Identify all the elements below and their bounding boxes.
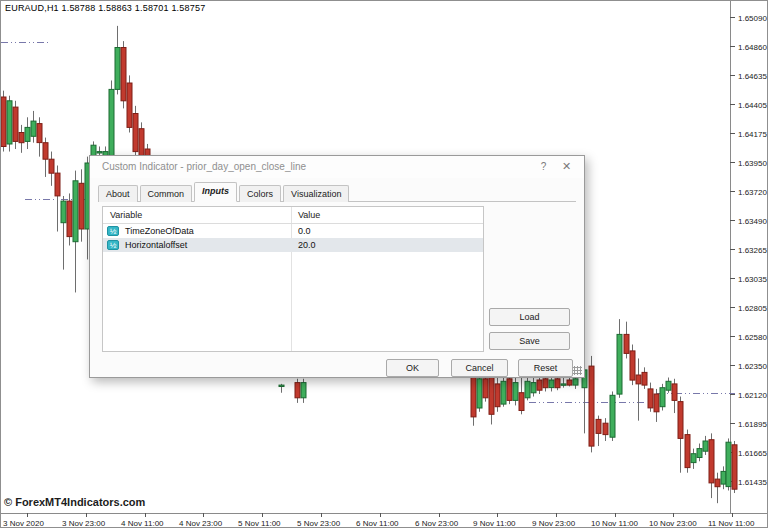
bear-candle [19, 125, 24, 153]
candle-body [624, 334, 629, 353]
candle-body [543, 379, 548, 388]
bull-candle [109, 80, 114, 165]
time-tick-label: 6 Nov 23:00 [415, 519, 459, 528]
price-tick-label: 1.62120 [738, 391, 767, 400]
candle-body [477, 379, 482, 408]
price-tick-label: 1.63035 [738, 275, 767, 284]
bull-candle [61, 196, 66, 270]
candle-body [678, 402, 683, 439]
bear-candle [603, 418, 608, 441]
bear-candle [67, 193, 72, 245]
candle-body [501, 381, 506, 404]
candle-body [555, 379, 560, 388]
candle-body [97, 152, 102, 153]
tab-common[interactable]: Common [140, 185, 193, 202]
variable-column-header: Variable [110, 210, 142, 220]
candle-body [726, 442, 731, 486]
bull-candle [301, 379, 306, 403]
tab-inputs[interactable]: Inputs [194, 182, 237, 202]
price-tick-label: 1.65090 [738, 14, 767, 23]
candle-body [49, 159, 54, 173]
time-tick-label: 4 Nov 23:00 [179, 519, 223, 528]
bear-candle [295, 379, 300, 403]
bear-candle [483, 375, 488, 402]
bull-candle [617, 319, 622, 398]
time-tick-label: 10 Nov 23:00 [649, 519, 697, 528]
bull-candle [525, 375, 530, 400]
bull-candle [25, 117, 30, 149]
candle-body [115, 48, 120, 90]
bear-candle [642, 367, 647, 389]
time-tick-label: 5 Nov 23:00 [297, 519, 341, 528]
resize-grip-icon[interactable] [573, 366, 582, 375]
bull-candle [31, 111, 36, 143]
reset-button[interactable]: Reset [518, 359, 573, 377]
candle-body [573, 379, 578, 385]
load-button[interactable]: Load [489, 308, 570, 326]
dialog-titlebar[interactable]: Custom Indicator - prior_day_open_close_… [90, 156, 584, 178]
bull-candle [721, 466, 726, 489]
price-tick-label: 1.64860 [738, 43, 767, 52]
candle-body [715, 479, 720, 487]
bear-candle [589, 356, 594, 452]
param-value[interactable]: 0.0 [298, 226, 311, 236]
candle-body [507, 379, 512, 401]
bear-candle [672, 379, 677, 413]
price-tick-label: 1.61435 [738, 478, 767, 487]
candle-body [549, 380, 554, 388]
candle-body [133, 114, 138, 152]
candle-body [67, 201, 72, 237]
bear-candle [636, 358, 641, 420]
bear-candle [471, 375, 476, 426]
bear-candle [1, 91, 6, 152]
candle-body [13, 107, 18, 141]
bear-candle [685, 430, 690, 473]
price-tick-label: 1.62580 [738, 333, 767, 342]
candle-body [636, 375, 641, 384]
time-tick-label: 9 Nov 23:00 [532, 519, 576, 528]
candle-body [567, 380, 572, 385]
ok-button[interactable]: OK [386, 359, 439, 377]
param-row-timezoneofdata[interactable]: ½ TimeZoneOfData 0.0 [103, 224, 483, 238]
help-icon[interactable]: ? [535, 159, 552, 174]
time-tick-label: 4 Nov 11:00 [121, 519, 164, 528]
tab-colors[interactable]: Colors [239, 185, 281, 202]
candle-body [25, 127, 30, 141]
tab-about[interactable]: About [98, 185, 138, 202]
indicator-dialog: Custom Indicator - prior_day_open_close_… [89, 155, 585, 378]
candle-body [660, 388, 665, 407]
candle-body [295, 383, 300, 398]
cancel-button[interactable]: Cancel [451, 359, 508, 377]
candle-body [139, 129, 144, 157]
close-icon[interactable]: ✕ [558, 159, 575, 174]
candle-body [519, 393, 524, 411]
bear-candle [13, 101, 18, 149]
time-tick-label: 3 Nov 2020 [3, 519, 44, 528]
candle-body [301, 383, 306, 398]
candle-body [483, 379, 488, 398]
candle-body [43, 143, 48, 160]
value-column-header: Value [298, 210, 320, 220]
param-row-horizontaloffset[interactable]: ½ Horizontaloffset 20.0 [103, 238, 483, 252]
bull-candle [477, 375, 482, 412]
bull-candle [726, 438, 731, 490]
candle-body [537, 380, 542, 390]
candle-body [630, 351, 635, 380]
price-tick-label: 1.63950 [738, 159, 767, 168]
price-tick-label: 1.63720 [738, 188, 767, 197]
bear-candle [133, 106, 138, 157]
param-value[interactable]: 20.0 [298, 240, 316, 250]
candle-body [127, 83, 132, 127]
candle-body [685, 435, 690, 468]
candle-body [648, 389, 653, 408]
price-tick-label: 1.64175 [738, 130, 767, 139]
bull-candle [697, 444, 702, 462]
price-tick-label: 1.64405 [738, 101, 767, 110]
bear-candle [79, 169, 84, 241]
bear-candle [709, 433, 714, 498]
candle-body [79, 183, 84, 229]
tab-visualization[interactable]: Visualization [283, 185, 349, 202]
save-button[interactable]: Save [489, 332, 570, 350]
candle-body [672, 384, 677, 401]
params-table: Variable Value ½ TimeZoneOfData 0.0 ½ Ho… [102, 206, 484, 352]
